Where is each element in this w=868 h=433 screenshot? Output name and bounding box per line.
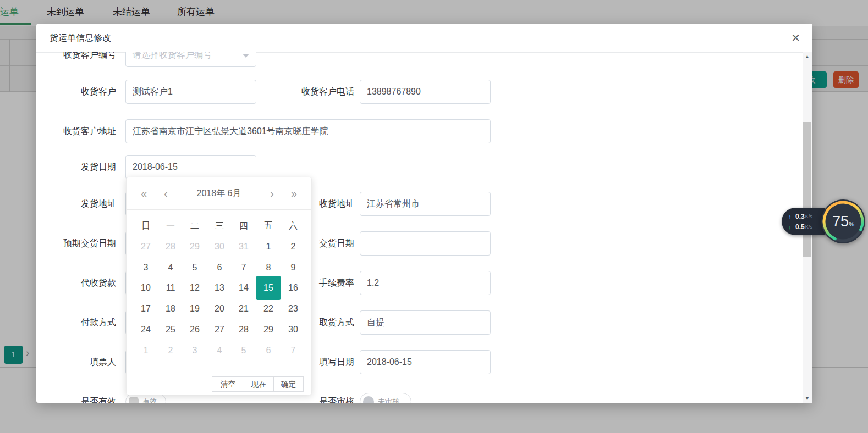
calendar-day[interactable]: 18 <box>158 299 183 319</box>
download-arrow-icon: ↓ <box>788 224 795 230</box>
calendar-day[interactable]: 8 <box>256 258 281 277</box>
calendar-day[interactable]: 3 <box>183 341 207 360</box>
download-value: 0.5 <box>795 223 805 231</box>
calendar-day[interactable]: 10 <box>134 278 158 298</box>
calendar-day[interactable]: 27 <box>207 320 232 340</box>
calendar-clear-button[interactable]: 清空 <box>212 376 244 392</box>
fee-rate-input[interactable]: 1.2 <box>360 271 491 295</box>
receiver-phone-input[interactable]: 13898767890 <box>360 80 491 104</box>
calendar-day[interactable]: 1 <box>256 237 281 257</box>
calendar-day[interactable]: 6 <box>207 258 232 277</box>
weekday-header: 日 <box>134 220 158 232</box>
calendar-day[interactable]: 5 <box>183 258 207 277</box>
calendar-day[interactable]: 9 <box>281 258 305 277</box>
field-label: 付款方式 <box>36 310 116 335</box>
calendar-day[interactable]: 7 <box>232 258 256 277</box>
calendar-confirm-button[interactable]: 确定 <box>273 376 304 392</box>
calendar-now-button[interactable]: 现在 <box>244 376 274 392</box>
scroll-up-icon[interactable]: ▲ <box>803 52 812 61</box>
calendar-day[interactable]: 30 <box>207 237 232 257</box>
receive-address-input[interactable]: 江苏省常州市 <box>360 192 491 216</box>
weekday-header: 一 <box>158 220 183 232</box>
input-value: 1.2 <box>367 278 379 287</box>
write-date-input[interactable]: 2018-06-15 <box>360 350 491 374</box>
calendar-day[interactable]: 31 <box>232 237 256 257</box>
modal-header: 货运单信息修改 ✕ <box>36 24 812 53</box>
calendar-day[interactable]: 27 <box>134 237 158 257</box>
calendar-day[interactable]: 30 <box>281 320 305 340</box>
calendar-day-selected[interactable]: 15 <box>256 276 281 300</box>
input-value: 2018-06-15 <box>133 162 178 171</box>
close-icon[interactable]: ✕ <box>791 24 800 52</box>
toggle-knob-icon <box>363 396 374 403</box>
calendar-day[interactable]: 23 <box>281 299 305 319</box>
upload-value: 0.3 <box>795 213 805 220</box>
calendar-day[interactable]: 22 <box>256 299 281 319</box>
calendar-title[interactable]: 2018年 6月 <box>127 177 311 209</box>
scrollbar-thumb[interactable] <box>803 122 811 257</box>
delivery-date-input[interactable] <box>360 231 491 256</box>
calendar-day[interactable]: 14 <box>232 278 256 298</box>
chevron-down-icon <box>243 54 249 58</box>
date-picker: « ‹ 2018年 6月 › » 日一二三四五六2728293031123456… <box>126 177 312 395</box>
field-label: 收货客户 <box>36 80 116 104</box>
calendar-day[interactable]: 16 <box>281 278 305 298</box>
calendar-day[interactable]: 2 <box>158 341 183 360</box>
calendar-day[interactable]: 12 <box>183 278 207 298</box>
pickup-method-input[interactable]: 自提 <box>360 310 491 335</box>
screen: 运单未到运单未结运单所有运单 改 删除 1 › 货运单信息修改 ✕ 收货客户编号… <box>0 0 868 433</box>
next-year-icon[interactable]: » <box>291 177 297 209</box>
toggle-knob-icon <box>129 397 139 403</box>
calendar-day[interactable]: 6 <box>256 341 281 360</box>
calendar-day[interactable]: 2 <box>281 237 305 257</box>
receiver-address-input[interactable]: 江苏省南京市江宁区弘景大道3601号南京晓庄学院 <box>125 119 491 143</box>
next-month-icon[interactable]: › <box>270 177 274 209</box>
toggle-label: 未审核 <box>378 397 399 403</box>
field-label: 收货客户地址 <box>36 119 116 143</box>
calendar-day[interactable]: 28 <box>232 320 256 340</box>
input-value: 江苏省常州市 <box>367 199 420 208</box>
receiver-code-select[interactable]: 请选择收货客户编号 <box>125 52 256 67</box>
calendar-day[interactable]: 20 <box>207 299 232 319</box>
calendar-day[interactable]: 24 <box>134 320 158 340</box>
calendar-day[interactable]: 11 <box>158 278 183 298</box>
calendar-day[interactable]: 25 <box>158 320 183 340</box>
input-value: 自提 <box>367 318 384 327</box>
ship-date-input[interactable]: 2018-06-15 <box>125 155 256 179</box>
calendar-day[interactable]: 21 <box>232 299 256 319</box>
calendar-day[interactable]: 19 <box>183 299 207 319</box>
calendar-day[interactable]: 4 <box>207 341 232 360</box>
calendar-day[interactable]: 1 <box>134 341 158 360</box>
upload-unit: K/s <box>805 214 812 219</box>
input-value: 2018-06-15 <box>367 357 412 367</box>
calendar-day[interactable]: 26 <box>183 320 207 340</box>
modal-title: 货运单信息修改 <box>50 24 111 52</box>
upload-arrow-icon: ↑ <box>788 213 795 220</box>
input-value: 江苏省南京市江宁区弘景大道3601号南京晓庄学院 <box>133 126 328 136</box>
calendar-day[interactable]: 29 <box>183 237 207 257</box>
weekday-header: 四 <box>232 220 256 232</box>
select-placeholder: 请选择收货客户编号 <box>133 52 212 59</box>
percent-label: 75% <box>821 199 865 243</box>
calendar-day[interactable]: 29 <box>256 320 281 340</box>
date-picker-footer: 清空现在确定 <box>127 373 311 395</box>
download-unit: K/s <box>805 224 812 230</box>
weekday-header: 六 <box>281 220 305 232</box>
calendar-day[interactable]: 28 <box>158 237 183 257</box>
calendar-day[interactable]: 3 <box>134 258 158 277</box>
input-value: 13898767890 <box>367 87 421 96</box>
weekday-header: 三 <box>207 220 232 232</box>
field-label: 预期交货日期 <box>36 231 116 256</box>
is-audited-toggle[interactable]: 未审核 <box>360 393 411 403</box>
weekday-header: 二 <box>183 220 207 232</box>
scroll-down-icon[interactable]: ▼ <box>803 394 812 403</box>
toggle-label: 有效 <box>142 397 157 403</box>
field-label: 发货日期 <box>36 155 116 179</box>
calendar-day[interactable]: 7 <box>281 341 305 360</box>
field-label: 发货地址 <box>36 192 116 216</box>
calendar-day[interactable]: 13 <box>207 278 232 298</box>
calendar-day[interactable]: 5 <box>232 341 256 360</box>
calendar-day[interactable]: 4 <box>158 258 183 277</box>
calendar-day[interactable]: 17 <box>134 299 158 319</box>
modal-body: 收货客户编号请选择收货客户编号收货客户测试客户1收货客户电话1389876789… <box>36 52 812 403</box>
